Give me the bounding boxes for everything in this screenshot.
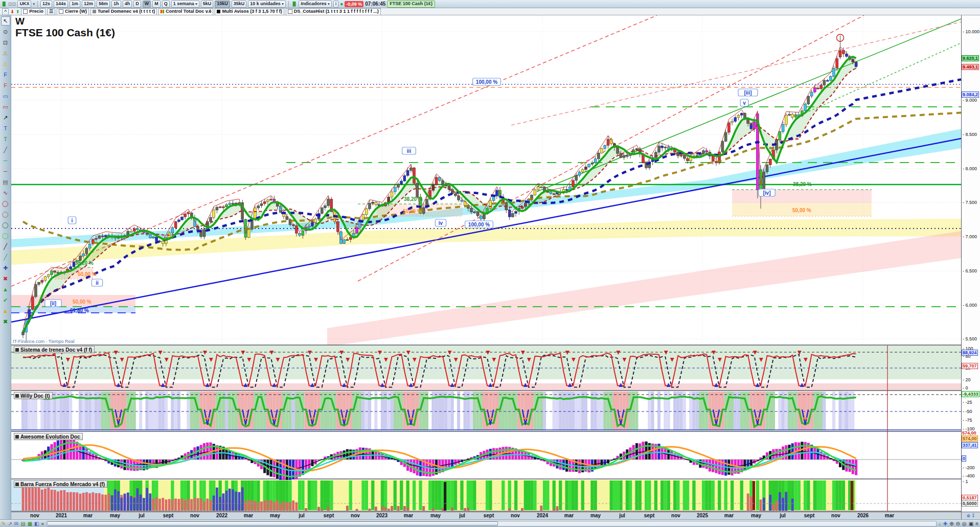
alert-bell-tool[interactable]: ⚠ xyxy=(1,59,10,68)
timeframe-button-W[interactable]: W xyxy=(143,1,151,8)
info-button[interactable]: i xyxy=(333,1,339,8)
indicators-dropdown[interactable]: Indicadores ▾ xyxy=(299,1,332,8)
trendline-green-tool[interactable]: ╱ xyxy=(1,253,10,262)
frame-icon[interactable]: ▣ xyxy=(969,520,973,527)
time-label: mar xyxy=(885,513,894,518)
timeframe-button-M[interactable]: M xyxy=(152,1,161,8)
units-button-10kU[interactable]: 10kU xyxy=(215,1,230,8)
timeframe-button-4h[interactable]: 4h xyxy=(123,1,132,8)
add-icon[interactable]: ✚ xyxy=(943,520,947,527)
timeframe-button-12s[interactable]: 12s xyxy=(40,1,52,8)
units-button-5kU[interactable]: 5kU xyxy=(201,1,214,8)
timeframe-button-Q[interactable]: Q xyxy=(162,1,170,8)
zoom-in-icon[interactable]: ⊕ xyxy=(949,520,953,527)
clock-label: 07:06:45 xyxy=(365,1,385,7)
alert-cursor-tool[interactable]: ⚠ xyxy=(1,49,10,58)
svg-text:38,20 %: 38,20 % xyxy=(793,181,812,187)
indicator-chip-4[interactable]: Multi Avisos (3 f 3 1,5 70 f f) xyxy=(215,8,284,15)
zoom-out-icon[interactable]: ⊖ xyxy=(956,520,960,527)
chevron-down-icon: ▾ xyxy=(33,2,35,6)
instrument-pill[interactable]: FTSE 100 Cash (1€) xyxy=(387,1,435,8)
ruler-tool[interactable]: ▤ xyxy=(1,177,10,187)
zoom-area-tool[interactable]: ⊡ xyxy=(1,38,10,47)
indicator-chip-0[interactable]: Precio xyxy=(21,8,45,15)
timeframe-button-56m[interactable]: 56m xyxy=(97,1,110,8)
price-axis[interactable]: - 10.000- 9.000- 8.500- 8.000- 7.500- 7.… xyxy=(961,15,980,519)
svg-text:[iii]: [iii] xyxy=(744,90,752,96)
screen-icon[interactable]: ◧ xyxy=(34,520,39,527)
comment-icon[interactable]: ✉ xyxy=(14,520,18,527)
share-icon[interactable]: ↗ xyxy=(8,520,12,527)
cursor-tool[interactable]: ↖ xyxy=(1,16,10,26)
timeframe-button-D[interactable]: D xyxy=(133,1,141,8)
indicator-chip-label: Precio xyxy=(29,9,43,14)
indicator-chip-3[interactable]: Control Total Doc v.6 xyxy=(158,8,213,15)
time-axis[interactable]: nov2021marmayjulseptnov2022marmayjulsept… xyxy=(11,512,961,519)
segment-tool[interactable]: ╱ xyxy=(1,145,10,154)
panel-header-3[interactable]: Barra Fuerza Fondo Mercado v4 (f) xyxy=(14,480,107,488)
fibonacci-ext-tool[interactable]: F xyxy=(1,81,10,90)
close-x-tool[interactable]: ✖ xyxy=(1,317,10,326)
period-dropdown[interactable]: 1 semana ▾ xyxy=(171,1,199,8)
list-button[interactable]: ☰ xyxy=(47,8,55,15)
hline-green-tool[interactable]: ─ xyxy=(1,156,10,165)
collapse-panel-button[interactable]: ^ xyxy=(2,8,9,15)
symbol-selector[interactable]: UKX xyxy=(17,1,31,8)
ellipse-red-tool[interactable]: ◯ xyxy=(1,199,10,208)
menu-icon[interactable]: ≡ xyxy=(975,520,978,527)
panel-badge: -9,4333 xyxy=(962,391,979,397)
up-marker-tool[interactable]: ▲ xyxy=(1,285,10,294)
fibonacci-tool[interactable]: F xyxy=(1,70,10,79)
indicator-chip-2[interactable]: Tunel Domenec v4 (t t t t t) xyxy=(90,8,157,15)
svg-text:61,80 %: 61,80 % xyxy=(70,308,89,313)
indicator-chip-1[interactable]: Cierre (W) xyxy=(57,8,89,15)
checkbox-icon[interactable] xyxy=(59,9,63,14)
timeframe-button-1m[interactable]: 1m xyxy=(70,1,80,8)
rect-red-tool[interactable]: ▭ xyxy=(1,102,10,111)
arrow-up-icon[interactable]: ⬆ xyxy=(16,9,20,15)
panel-header-1[interactable]: Willy Doc (t) xyxy=(14,392,53,399)
svg-text:50,00 %: 50,00 % xyxy=(792,208,811,213)
check-tool[interactable]: ✔ xyxy=(1,295,10,305)
axis-fit-icon[interactable]: ↧ xyxy=(971,513,975,518)
panel-header-0[interactable]: Sistema de trenes Doc v4 (f f) xyxy=(14,346,95,353)
zoom-tool[interactable]: ⊙ xyxy=(1,27,10,36)
cross-tool[interactable]: ✚ xyxy=(1,263,10,272)
units-dropdown[interactable]: 10 k unidades ▾ xyxy=(248,1,286,8)
timeframe-button-1h[interactable]: 1h xyxy=(111,1,121,8)
timeframe-button-12m[interactable]: 12m xyxy=(82,1,95,8)
svg-text:38,20 %: 38,20 % xyxy=(75,260,94,266)
ellipse-brown-tool[interactable]: ◯ xyxy=(1,210,10,219)
delete-tool[interactable]: ✖ xyxy=(1,274,10,283)
target-icon[interactable]: ◎ xyxy=(962,520,967,527)
units-button-35kU[interactable]: 35kU xyxy=(232,1,247,8)
time-label: may xyxy=(270,513,280,518)
axis-zoom-icon[interactable]: ⊕ xyxy=(966,513,970,518)
ellipse-green-tool[interactable]: ◯ xyxy=(1,220,10,230)
draw-pencil-icon[interactable]: ✎ xyxy=(2,520,6,527)
panel-header-2[interactable]: Awesome Evolution Doc xyxy=(14,433,83,440)
indicator-chip-5[interactable]: DS_CotasHist (1 t t t 3 1 1 f f f f t f … xyxy=(286,8,381,15)
arrow-tool[interactable]: ↗ xyxy=(1,113,10,122)
checkbox-icon[interactable] xyxy=(288,9,292,14)
ellipse-lime-tool[interactable]: ◯ xyxy=(1,231,10,240)
rect-blue-tool[interactable]: ▭ xyxy=(1,91,10,101)
horizontal-scrollbar[interactable] xyxy=(46,521,937,526)
download-icon[interactable]: ↓ xyxy=(939,520,941,527)
collapse-left-icon[interactable]: « xyxy=(41,520,44,527)
trendline-tool[interactable]: ╱ xyxy=(1,242,10,251)
price-chart-canvas[interactable]: iii[ii]iiiiv[iii]v[iv]100,00 %100,00 %38… xyxy=(11,15,961,512)
time-label: jul xyxy=(299,513,305,518)
chart-region: W FTSE 100 Cash (1€) IT-Finance.com - Ti… xyxy=(11,15,961,512)
timeframe-button-144s[interactable]: 144s xyxy=(54,1,68,8)
pattern-tool[interactable]: ∿ xyxy=(1,188,10,197)
report-icon[interactable]: ▤ xyxy=(20,520,25,527)
note-tool[interactable]: T xyxy=(1,134,10,144)
hline-red-tool[interactable]: ─ xyxy=(1,167,10,176)
orders-icon[interactable]: ▦ xyxy=(28,520,32,527)
checkbox-icon[interactable] xyxy=(23,9,28,14)
scrollbar-thumb[interactable] xyxy=(47,521,498,526)
arrow-down-icon[interactable]: ⬇ xyxy=(10,9,14,15)
text-tool[interactable]: T xyxy=(1,124,10,133)
warn-tool[interactable]: ▲ xyxy=(1,306,10,315)
